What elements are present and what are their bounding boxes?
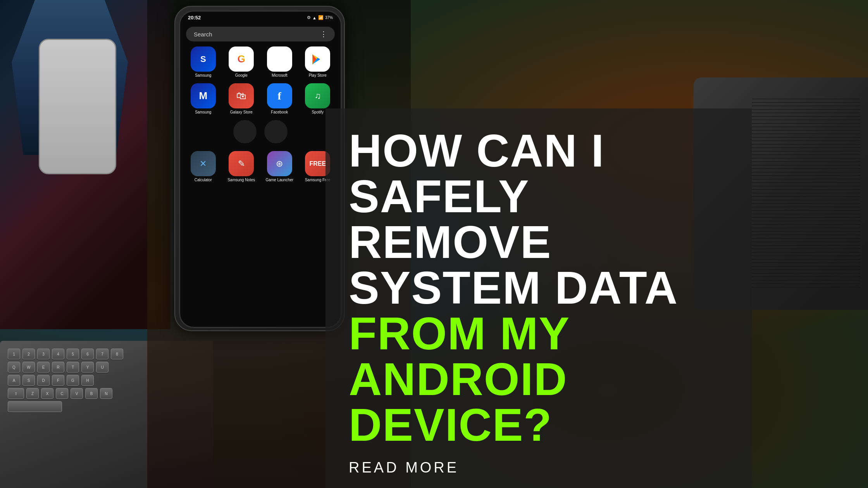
- microsoft-label: Microsoft: [272, 73, 288, 77]
- battery-icon: 37%: [325, 15, 333, 20]
- app-item-google[interactable]: G Google: [224, 46, 259, 77]
- spacebar-key: [8, 401, 62, 412]
- key: Y: [81, 362, 94, 373]
- samsung-m-icon[interactable]: M: [191, 83, 216, 108]
- phone-status-bar: 20:52 ⚙ ▲ 📶 37%: [180, 12, 341, 24]
- phone-screen: 20:52 ⚙ ▲ 📶 37% Search ⋮ S Samsung: [179, 10, 342, 328]
- settings-icon: ⚙: [307, 15, 311, 20]
- app-item-galaxystore[interactable]: 🛍 Galaxy Store: [224, 83, 259, 114]
- key: 3: [37, 349, 50, 359]
- samsung-icon[interactable]: S: [191, 46, 216, 72]
- app-grid-row-1: S Samsung G Google Microsoft: [180, 45, 341, 79]
- samsung-m-label: Samsung: [195, 110, 211, 114]
- signal-icon: 📶: [318, 15, 324, 20]
- key: N: [100, 388, 112, 399]
- key: D: [37, 375, 50, 386]
- app-item-gamelauncher[interactable]: ⊛ Game Launcher: [262, 151, 297, 182]
- faded-apps-middle: [180, 116, 341, 147]
- speaker-grille: [752, 97, 860, 290]
- phone-status-icons: ⚙ ▲ 📶 37%: [307, 15, 333, 20]
- phone-device: 20:52 ⚙ ▲ 📶 37% Search ⋮ S Samsung: [174, 6, 345, 331]
- app-item-calculator[interactable]: ✕ Calculator: [186, 151, 220, 182]
- calculator-icon[interactable]: ✕: [191, 151, 216, 176]
- key: E: [37, 362, 50, 373]
- key: Q: [8, 362, 20, 373]
- phone-in-left-hand: [39, 39, 116, 174]
- key: G: [67, 375, 79, 386]
- app-item-facebook[interactable]: f Facebook: [262, 83, 297, 114]
- samsungnotes-icon[interactable]: ✎: [229, 151, 254, 176]
- key: ⇧: [8, 388, 24, 399]
- phone-time: 20:52: [188, 15, 201, 21]
- spotify-icon[interactable]: ♫: [305, 83, 330, 108]
- key: 4: [52, 349, 64, 359]
- key: Z: [26, 388, 39, 399]
- app-grid-row-2: M Samsung 🛍 Galaxy Store f Facebook ♫: [180, 81, 341, 116]
- samsung-label: Samsung: [195, 73, 211, 77]
- app-item-samsung[interactable]: S Samsung: [186, 46, 220, 77]
- app-item-samsungnotes[interactable]: ✎ Samsung Notes: [224, 151, 259, 182]
- key: W: [22, 362, 35, 373]
- gamelauncher-icon[interactable]: ⊛: [267, 151, 292, 176]
- wifi-icon: ▲: [312, 15, 317, 20]
- spotify-label: Spotify: [312, 110, 324, 114]
- google-label: Google: [235, 73, 248, 77]
- app-item-microsoft[interactable]: Microsoft: [262, 46, 297, 77]
- google-icon[interactable]: G: [229, 46, 254, 72]
- key: 1: [8, 349, 20, 359]
- playstore-icon[interactable]: [305, 46, 330, 72]
- key: 5: [67, 349, 79, 359]
- phone-search-bar[interactable]: Search ⋮: [186, 27, 335, 41]
- key: C: [56, 388, 68, 399]
- headline-line-1: HOW CAN I SAFELY: [349, 128, 728, 219]
- galaxystore-icon[interactable]: 🛍: [229, 83, 254, 108]
- app-grid-row-bottom: ✕ Calculator ✎ Samsung Notes ⊛ Game Laun…: [180, 149, 341, 184]
- samsungnotes-label: Samsung Notes: [227, 178, 255, 182]
- facebook-icon[interactable]: f: [267, 83, 292, 108]
- key: X: [41, 388, 53, 399]
- key: S: [22, 375, 35, 386]
- key: 8: [111, 349, 123, 359]
- three-dots-icon[interactable]: ⋮: [320, 30, 327, 38]
- key: 6: [81, 349, 94, 359]
- left-background-screen: [0, 0, 170, 329]
- article-overlay: HOW CAN I SAFELY REMOVE SYSTEM DATA FROM…: [326, 108, 752, 488]
- app-item-samsung-m[interactable]: M Samsung: [186, 83, 220, 114]
- key: T: [67, 362, 79, 373]
- key: 2: [22, 349, 35, 359]
- key: H: [81, 375, 94, 386]
- gamelauncher-label: Game Launcher: [265, 178, 293, 182]
- key: V: [71, 388, 83, 399]
- key: 7: [96, 349, 108, 359]
- facebook-label: Facebook: [271, 110, 288, 114]
- key: B: [85, 388, 98, 399]
- key: A: [8, 375, 20, 386]
- app-item-playstore[interactable]: Play Store: [301, 46, 335, 77]
- headline-line-2: REMOVE SYSTEM DATA: [349, 219, 728, 311]
- key: U: [96, 362, 108, 373]
- phone-search-text: Search: [194, 31, 212, 38]
- headline-line-4: DEVICE?: [349, 402, 728, 448]
- read-more-cta[interactable]: READ MORE: [349, 459, 459, 476]
- key: R: [52, 362, 64, 373]
- playstore-label: Play Store: [309, 73, 327, 77]
- calculator-label: Calculator: [195, 178, 212, 182]
- headline-line-3: FROM MY ANDROID: [349, 311, 728, 402]
- microsoft-icon[interactable]: [267, 46, 292, 72]
- key: F: [52, 375, 64, 386]
- galaxystore-label: Galaxy Store: [230, 110, 253, 114]
